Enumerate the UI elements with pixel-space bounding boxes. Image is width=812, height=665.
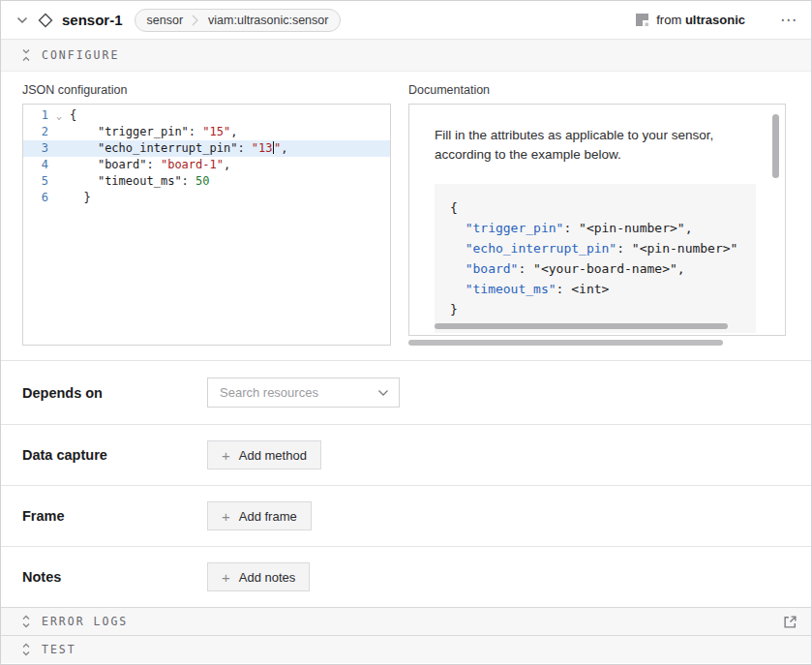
documentation-column: Documentation Fill in the attributes as … xyxy=(408,83,786,346)
line-number: 1 xyxy=(23,107,48,124)
code-line[interactable]: 6 } xyxy=(23,190,390,206)
code-line[interactable]: 5 "timeout_ms": 50 xyxy=(23,173,390,190)
sensor-diamond-icon xyxy=(38,13,53,28)
resource-type-badge: sensor viam:ultrasonic:sensor xyxy=(135,9,342,32)
line-number: 2 xyxy=(23,124,48,140)
add-notes-button[interactable]: + Add notes xyxy=(207,562,310,591)
configure-section-title: CONFIGURE xyxy=(42,48,119,62)
chevron-down-icon xyxy=(377,389,389,397)
depends-on-row: Depends on Search resources xyxy=(1,360,811,424)
code-line: "trigger_pin": "<pin-number>", xyxy=(450,218,756,238)
test-section-bar[interactable]: TEST xyxy=(1,635,811,663)
code-line: "board": "<your-board-name>", xyxy=(450,258,756,279)
line-number: 5 xyxy=(23,173,48,190)
fold-gutter xyxy=(48,157,70,173)
data-capture-label: Data capture xyxy=(22,447,207,463)
code-horizontal-scrollbar-thumb[interactable] xyxy=(435,323,728,329)
code-line[interactable]: 1⌄{ xyxy=(23,107,390,124)
expand-vertical-icon[interactable] xyxy=(20,615,32,628)
chevron-right-icon xyxy=(192,13,199,28)
fold-gutter xyxy=(48,140,70,157)
add-notes-button-label: Add notes xyxy=(239,570,296,585)
line-number: 6 xyxy=(23,190,48,206)
add-frame-button[interactable]: + Add frame xyxy=(207,501,312,530)
frame-row: Frame + Add frame xyxy=(1,485,811,546)
documentation-label: Documentation xyxy=(408,83,786,98)
json-config-editor[interactable]: 1⌄{2 "trigger_pin": "15",3 "echo_interru… xyxy=(22,104,391,346)
json-config-column: JSON configuration 1⌄{2 "trigger_pin": "… xyxy=(22,83,391,346)
fold-gutter xyxy=(48,124,70,140)
documentation-panel: Fill in the attributes as applicable to … xyxy=(408,104,786,336)
plus-icon: + xyxy=(222,509,230,524)
expand-vertical-icon[interactable] xyxy=(20,643,32,656)
resource-type-label: sensor xyxy=(147,14,184,27)
header-right-group: from ultrasonic ⋯ xyxy=(636,13,797,27)
resource-header: sensor-1 sensor viam:ultrasonic:sensor f… xyxy=(1,1,811,40)
add-frame-button-label: Add frame xyxy=(239,509,297,524)
test-section-title: TEST xyxy=(42,643,76,656)
add-method-button-label: Add method xyxy=(239,448,307,463)
code-line[interactable]: 4 "board": "board-1", xyxy=(23,157,390,173)
error-logs-section-title: ERROR LOGS xyxy=(42,615,128,628)
from-fragment-label: from ultrasonic xyxy=(656,13,745,27)
data-capture-row: Data capture + Add method xyxy=(1,424,811,485)
resource-model-label: viam:ultrasonic:sensor xyxy=(208,14,328,27)
plus-icon: + xyxy=(222,570,230,585)
resource-card: sensor-1 sensor viam:ultrasonic:sensor f… xyxy=(0,0,812,665)
frame-label: Frame xyxy=(22,508,207,524)
add-method-button[interactable]: + Add method xyxy=(207,440,321,469)
depends-on-placeholder: Search resources xyxy=(220,385,377,400)
collapse-vertical-icon[interactable] xyxy=(20,48,32,62)
panel-horizontal-scrollbar-thumb[interactable] xyxy=(408,340,723,346)
configure-body: JSON configuration 1⌄{2 "trigger_pin": "… xyxy=(1,72,811,360)
code-line[interactable]: 2 "trigger_pin": "15", xyxy=(23,124,390,140)
fold-gutter xyxy=(48,190,70,206)
line-number: 4 xyxy=(23,157,48,173)
notes-row: Notes + Add notes xyxy=(1,546,811,607)
configure-section-bar[interactable]: CONFIGURE xyxy=(1,40,811,72)
error-logs-section-bar[interactable]: ERROR LOGS xyxy=(1,607,811,635)
code-line: { xyxy=(450,197,756,218)
fragment-name: ultrasonic xyxy=(685,13,745,27)
code-line: "echo_interrupt_pin": "<pin-number>" xyxy=(450,238,756,258)
documentation-code-block: { "trigger_pin": "<pin-number>", "echo_i… xyxy=(435,184,756,333)
code-line[interactable]: 3 "echo_interrupt_pin": "13", xyxy=(23,140,390,157)
json-config-label: JSON configuration xyxy=(22,83,391,98)
code-line: } xyxy=(450,299,756,319)
plus-icon: + xyxy=(222,448,230,463)
fold-gutter xyxy=(48,173,70,190)
vertical-scrollbar-thumb[interactable] xyxy=(772,114,779,178)
ellipsis-menu-icon[interactable]: ⋯ xyxy=(780,15,797,25)
resource-name: sensor-1 xyxy=(62,12,123,28)
notes-label: Notes xyxy=(22,569,207,585)
line-number: 3 xyxy=(23,140,48,157)
depends-on-label: Depends on xyxy=(22,385,207,401)
fragment-icon xyxy=(636,14,648,26)
open-external-icon[interactable] xyxy=(783,615,797,629)
documentation-intro: Fill in the attributes as applicable to … xyxy=(435,126,754,166)
fold-chevron-icon[interactable]: ⌄ xyxy=(48,107,70,124)
code-line: "timeout_ms": <int> xyxy=(450,279,756,299)
depends-on-select[interactable]: Search resources xyxy=(207,378,400,408)
collapse-chevron-icon[interactable] xyxy=(16,14,30,27)
